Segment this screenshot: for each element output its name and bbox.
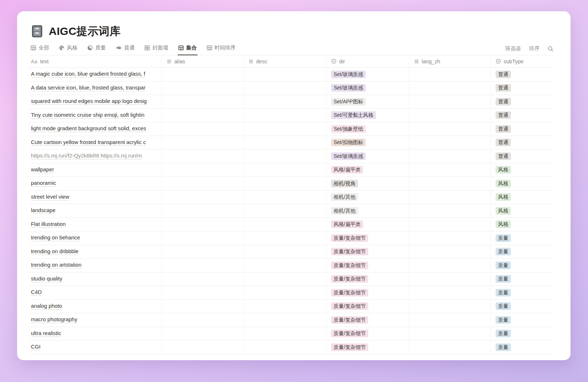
cell-desc[interactable] <box>244 327 326 341</box>
cell-subtype[interactable]: 质量 <box>491 300 553 313</box>
cell-alias[interactable] <box>162 191 244 204</box>
cell-text[interactable]: analog photo <box>28 300 162 313</box>
cell-text[interactable]: https://s.mj.run/f2-Qy2k6kR8 https://s.m… <box>28 150 162 163</box>
cell-lang-zh[interactable] <box>409 191 491 204</box>
cell-dir[interactable]: Set/玻璃质感 <box>326 81 409 95</box>
cell-desc[interactable] <box>244 81 326 95</box>
cell-alias[interactable] <box>162 341 244 354</box>
cell-subtype[interactable]: 普通 <box>491 122 553 136</box>
cell-lang-zh[interactable] <box>409 122 491 136</box>
cell-text[interactable]: light mode gradient background soft soli… <box>28 122 162 136</box>
cell-lang-zh[interactable] <box>409 81 491 95</box>
cell-subtype[interactable]: 质量 <box>491 341 553 354</box>
tab-cover-wall[interactable]: 封面墙 <box>144 44 168 55</box>
cell-desc[interactable] <box>244 259 326 272</box>
tab-quality[interactable]: 质量 <box>87 44 106 55</box>
cell-alias[interactable] <box>162 313 244 327</box>
cell-subtype[interactable]: 普通 <box>491 81 553 95</box>
cell-desc[interactable] <box>244 136 326 150</box>
cell-text[interactable]: ultra realistic <box>28 327 162 341</box>
cell-dir[interactable]: 相机/其他 <box>326 191 409 204</box>
cell-alias[interactable] <box>162 272 244 286</box>
tab-time-sort[interactable]: 时间排序 <box>207 44 236 55</box>
cell-alias[interactable] <box>162 95 244 108</box>
cell-subtype[interactable]: 风格 <box>491 204 553 218</box>
cell-alias[interactable] <box>162 136 244 150</box>
cell-lang-zh[interactable] <box>409 313 491 327</box>
cell-dir[interactable]: 相机/视角 <box>326 177 409 190</box>
cell-subtype[interactable]: 风格 <box>491 191 553 204</box>
cell-alias[interactable] <box>162 177 244 190</box>
cell-desc[interactable] <box>244 95 326 108</box>
cell-lang-zh[interactable] <box>409 150 491 163</box>
cell-text[interactable]: Cute cartoon yellow frosted transparent … <box>28 136 162 150</box>
cell-alias[interactable] <box>162 231 244 245</box>
cell-text[interactable]: macro photography <box>28 313 162 327</box>
cell-subtype[interactable]: 质量 <box>491 313 553 327</box>
cell-lang-zh[interactable] <box>409 136 491 150</box>
cell-dir[interactable]: 质量/复杂细节 <box>326 272 409 286</box>
cell-alias[interactable] <box>162 245 244 259</box>
cell-lang-zh[interactable] <box>409 272 491 286</box>
cell-subtype[interactable]: 普通 <box>491 68 553 81</box>
cell-lang-zh[interactable] <box>409 327 491 341</box>
cell-subtype[interactable]: 质量 <box>491 245 553 259</box>
cell-dir[interactable]: Set/可爱黏土风格 <box>326 109 409 122</box>
cell-text[interactable]: squared with round edges mobile app logo… <box>28 95 162 108</box>
cell-dir[interactable]: 相机/其他 <box>326 204 409 218</box>
column-header-lang-zh[interactable]: lang_zh <box>409 55 491 67</box>
cell-text[interactable]: C4D <box>28 286 162 299</box>
cell-alias[interactable] <box>162 300 244 313</box>
tab-collection[interactable]: 集合 <box>178 44 197 55</box>
cell-dir[interactable]: 质量/复杂细节 <box>326 259 409 272</box>
cell-subtype[interactable]: 质量 <box>491 272 553 286</box>
cell-text[interactable]: A magic cube icon, blue gradient frosted… <box>28 68 162 81</box>
cell-dir[interactable]: 质量/复杂细节 <box>326 327 409 341</box>
cell-lang-zh[interactable] <box>409 163 491 177</box>
cell-subtype[interactable]: 普通 <box>491 136 553 150</box>
cell-dir[interactable]: 质量/复杂细节 <box>326 231 409 245</box>
cell-lang-zh[interactable] <box>409 231 491 245</box>
cell-text[interactable]: trending on artstation <box>28 259 162 272</box>
tab-style[interactable]: 风格 <box>59 44 78 55</box>
column-header-subtype[interactable]: subType <box>491 55 553 67</box>
cell-subtype[interactable]: 普通 <box>491 150 553 163</box>
cell-text[interactable]: A data service icon, blue, frosted glass… <box>28 81 162 95</box>
cell-text[interactable]: studio quality <box>28 272 162 286</box>
cell-subtype[interactable]: 质量 <box>491 231 553 245</box>
cell-alias[interactable] <box>162 150 244 163</box>
cell-lang-zh[interactable] <box>409 300 491 313</box>
cell-desc[interactable] <box>244 204 326 218</box>
cell-text[interactable]: trending on behance <box>28 231 162 245</box>
cell-lang-zh[interactable] <box>409 109 491 122</box>
cell-desc[interactable] <box>244 231 326 245</box>
cell-desc[interactable] <box>244 191 326 204</box>
filter-button[interactable]: 筛选器 <box>505 45 521 52</box>
cell-dir[interactable]: Set/玻璃质感 <box>326 68 409 81</box>
cell-lang-zh[interactable] <box>409 259 491 272</box>
cell-dir[interactable]: 风格/扁平类 <box>326 218 409 231</box>
cell-desc[interactable] <box>244 245 326 259</box>
cell-dir[interactable]: 质量/复杂细节 <box>326 300 409 313</box>
cell-dir[interactable]: Set/抽象壁纸 <box>326 122 409 136</box>
cell-alias[interactable] <box>162 286 244 299</box>
cell-dir[interactable]: 风格/扁平类 <box>326 163 409 177</box>
sort-button[interactable]: 排序 <box>529 45 540 52</box>
cell-alias[interactable] <box>162 327 244 341</box>
cell-text[interactable]: panoramic <box>28 177 162 190</box>
tab-normal[interactable]: 普通 <box>116 44 135 55</box>
cell-dir[interactable]: 质量/复杂细节 <box>326 341 409 354</box>
cell-dir[interactable]: 质量/复杂细节 <box>326 313 409 327</box>
cell-lang-zh[interactable] <box>409 68 491 81</box>
cell-alias[interactable] <box>162 163 244 177</box>
column-header-dir[interactable]: dir <box>326 55 409 67</box>
cell-dir[interactable]: Set/APP图标 <box>326 95 409 108</box>
cell-dir[interactable]: 质量/复杂细节 <box>326 286 409 299</box>
cell-subtype[interactable]: 质量 <box>491 259 553 272</box>
cell-text[interactable]: Tiny cute isometric cruise ship emoji, s… <box>28 109 162 122</box>
cell-lang-zh[interactable] <box>409 204 491 218</box>
cell-lang-zh[interactable] <box>409 95 491 108</box>
cell-desc[interactable] <box>244 300 326 313</box>
cell-desc[interactable] <box>244 177 326 190</box>
cell-dir[interactable]: Set/拟物图标 <box>326 136 409 150</box>
